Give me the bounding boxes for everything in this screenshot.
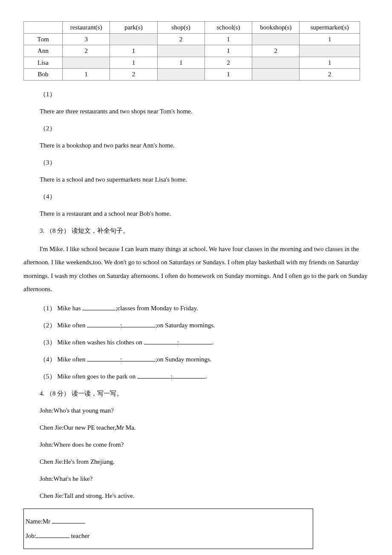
cell: 2 [110, 69, 157, 81]
table-row: Tom 3 2 1 1 [24, 33, 360, 45]
cell: 1 [205, 33, 252, 45]
fill-blank-item: （4） Mike often ;;on Sunday mornings. [40, 354, 369, 364]
dialogue-line: Chen Jie:Tall and strong. He's active. [40, 491, 369, 501]
blank-input[interactable] [137, 378, 170, 379]
row-name: Bob [24, 69, 63, 81]
form-job-suffix: teacher [69, 532, 89, 539]
dialogue-line: Chen Jie:Our new PE teacher,Mr Ma. [40, 422, 369, 433]
statement-text: There are three restaurants and two shop… [40, 106, 369, 116]
dialogue-line: John:Who's that young man? [40, 405, 369, 416]
form-name-label: Name:Mr [26, 518, 52, 525]
cell: 1 [63, 69, 110, 81]
row-name: Lisa [24, 57, 63, 69]
cell [63, 57, 110, 69]
row-name: Ann [24, 45, 63, 57]
question-3-heading: 3. （8 分） 读短文，补全句子。 [40, 225, 369, 236]
item-num: （5） [40, 373, 56, 380]
cell [252, 33, 300, 45]
blank-input[interactable] [179, 344, 212, 344]
cell: 1 [205, 69, 252, 81]
item-num: （4） [40, 356, 56, 363]
header-shop: shop(s) [157, 22, 205, 34]
question-3-passage: I'm Mike. I like school because I can le… [23, 243, 369, 296]
question-4-heading: 4. （8 分） 读一读，写一写。 [40, 388, 369, 399]
cell [157, 69, 205, 81]
cell: 2 [252, 45, 300, 57]
cell: 1 [110, 57, 157, 69]
cell: 3 [63, 33, 110, 45]
dialogue-line: John:What's he like? [40, 474, 369, 484]
item-num: （3） [40, 339, 56, 346]
cell: 1 [300, 33, 360, 45]
cell [252, 57, 300, 69]
item-num: （1） [40, 305, 56, 312]
cell [157, 45, 205, 57]
table-header-row: restaurant(s) park(s) shop(s) school(s) … [24, 22, 360, 34]
cell: 2 [157, 33, 205, 45]
cell: 2 [205, 57, 252, 69]
statement-num: （3） [40, 157, 369, 168]
form-name-row: Name:Mr [26, 514, 311, 529]
table-row: Bob 1 2 1 2 [24, 69, 360, 81]
statement-num: （2） [40, 123, 369, 133]
cell: 2 [300, 69, 360, 81]
fill-blank-item: （5） Mike often goes to the park on ;. [40, 371, 369, 382]
header-park: park(s) [110, 22, 157, 34]
statement-text: There is a school and two supermarkets n… [40, 174, 369, 185]
cell [110, 33, 157, 45]
cell: 1 [300, 57, 360, 69]
fill-blank-item: （1） Mike has ;classes from Monday to Fri… [40, 303, 369, 313]
cell: 1 [157, 57, 205, 69]
form-job-row: Job: teacher [26, 529, 311, 543]
blank-input[interactable] [172, 378, 205, 379]
cell: 2 [63, 45, 110, 57]
location-counts-table: restaurant(s) park(s) shop(s) school(s) … [23, 21, 360, 81]
statement-num: （1） [40, 89, 369, 99]
blank-input[interactable] [52, 523, 85, 523]
table-row: Lisa 1 1 2 1 [24, 57, 360, 69]
header-restaurant: restaurant(s) [63, 22, 110, 34]
blank-input[interactable] [82, 310, 115, 310]
table-row: Ann 2 1 1 2 [24, 45, 360, 57]
fill-blank-item: （3） Mike often washes his clothes on ;. [40, 337, 369, 347]
cell: 1 [205, 45, 252, 57]
blank-input[interactable] [122, 327, 155, 327]
header-supermarket: supermarket(s) [300, 22, 360, 34]
statement-num: （4） [40, 191, 369, 202]
blank-input[interactable] [144, 344, 177, 344]
row-name: Tom [24, 33, 63, 45]
blank-input[interactable] [122, 361, 155, 361]
dialogue-line: John:Where does he come from? [40, 439, 369, 450]
header-bookshop: bookshop(s) [252, 22, 300, 34]
item-num: （2） [40, 322, 56, 329]
cell [252, 69, 300, 81]
statement-text: There is a bookshop and two parks near A… [40, 140, 369, 150]
statement-text: There is a restaurant and a school near … [40, 208, 369, 219]
dialogue-line: Chen Jie:He's from Zhejiang. [40, 457, 369, 467]
cell: 1 [110, 45, 157, 57]
answer-form-box: Name:Mr Job: teacher [23, 509, 313, 549]
fill-blank-item: （2） Mike often ;;on Saturday mornings. [40, 320, 369, 330]
blank-input[interactable] [36, 538, 69, 538]
cell [300, 45, 360, 57]
form-job-label: Job: [26, 532, 36, 539]
header-blank [24, 22, 63, 34]
blank-input[interactable] [87, 361, 120, 361]
blank-input[interactable] [87, 327, 120, 327]
header-school: school(s) [205, 22, 252, 34]
